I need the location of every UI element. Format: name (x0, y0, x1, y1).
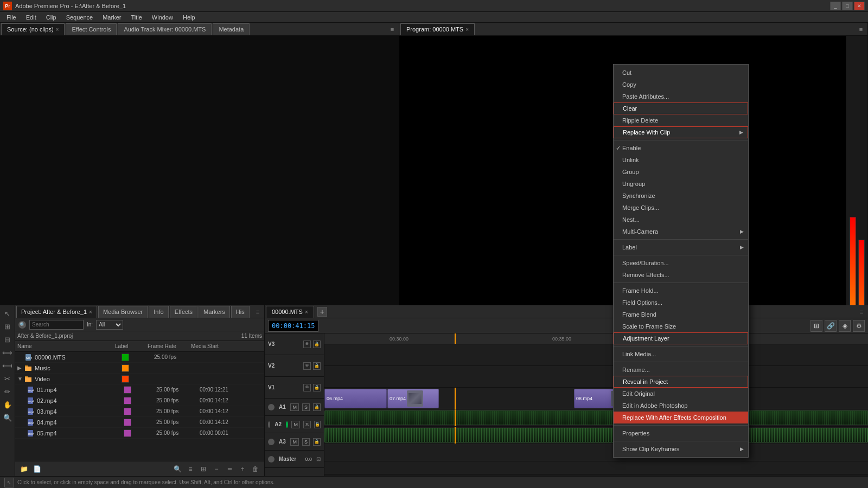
ctx-paste-attributes[interactable]: Paste Attributes... (614, 91, 748, 102)
expand-arrow[interactable]: ▶ (17, 365, 24, 371)
program-tabs-menu[interactable]: ≡ (856, 24, 866, 35)
tab-sequence[interactable]: 00000.MTS × (266, 306, 314, 318)
settings[interactable]: ⚙ (853, 320, 865, 332)
audio-clip-a2[interactable] (324, 428, 868, 442)
list-item[interactable]: MTS 00000.MTS 25.00 fps (15, 352, 264, 363)
playhead[interactable] (455, 333, 456, 344)
ctx-cut[interactable]: Cut (614, 67, 748, 79)
video-clip-07[interactable]: 07.mp4 (387, 389, 439, 408)
tool-ripple[interactable]: ⊞ (2, 320, 14, 332)
tab-source[interactable]: Source: (no clips) × (1, 23, 65, 35)
tab-effects[interactable]: Effects (170, 306, 197, 318)
project-new-bin[interactable]: 📁 (18, 464, 29, 474)
ctx-remove-effects[interactable]: Remove Effects... (614, 269, 748, 281)
project-list-view[interactable]: ≡ (185, 464, 196, 474)
ctx-copy[interactable]: Copy (614, 79, 748, 91)
track-a2-s[interactable]: S (303, 421, 311, 428)
track-lock-a3[interactable]: 🔒 (313, 438, 321, 446)
ctx-field-options[interactable]: Field Options... (614, 297, 748, 309)
project-new-item[interactable]: 📄 (31, 464, 42, 474)
tab-effect-controls[interactable]: Effect Controls (66, 23, 117, 35)
minimize-button[interactable]: _ (830, 2, 841, 10)
ctx-replace-ae[interactable]: Replace With After Effects Composition (614, 412, 748, 423)
menu-help[interactable]: Help (178, 13, 200, 22)
tab-media-browser[interactable]: Media Browser (98, 306, 148, 318)
menu-window[interactable]: Window (148, 13, 177, 22)
ctx-edit-photoshop[interactable]: Edit in Adobe Photoshop (614, 400, 748, 412)
tab-project[interactable]: Project: After & Before_1 × (16, 306, 97, 318)
ctx-ripple-delete[interactable]: Ripple Delete (614, 114, 748, 126)
audio-clip-a1[interactable] (324, 410, 868, 425)
list-item[interactable]: mp4 05.mp4 25.00 fps 00:00:00:01 (15, 428, 264, 439)
track-a3-m[interactable]: M (290, 438, 299, 446)
track-a1-enable[interactable] (268, 404, 275, 410)
sequence-tab-close[interactable]: × (305, 309, 308, 315)
project-tab-close[interactable]: × (89, 309, 92, 315)
track-a1-m[interactable]: M (290, 403, 299, 411)
list-item[interactable]: mp4 03.mp4 25.00 fps 00:00:14:12 (15, 406, 264, 417)
status-icon[interactable]: ↖ (4, 478, 14, 487)
list-item[interactable]: ▶ Music (15, 363, 264, 374)
expand-arrow[interactable]: ▼ (17, 376, 24, 382)
col-framerate-header[interactable]: Frame Rate (148, 343, 191, 349)
tab-program-close[interactable]: × (465, 27, 469, 33)
project-search-footer[interactable]: 🔍 (172, 464, 183, 474)
track-lock-v1[interactable]: 🔒 (313, 384, 321, 391)
tab-metadata[interactable]: Metadata (213, 23, 250, 35)
tab-markers[interactable]: Markers (199, 306, 230, 318)
snap-button[interactable]: ⊞ (810, 320, 822, 332)
col-mediastart-header[interactable]: Media Start (191, 343, 245, 349)
tool-pen[interactable]: ✏ (2, 386, 14, 397)
list-item[interactable]: mp4 02.mp4 25.00 fps 00:00:14:12 (15, 395, 264, 406)
tab-audio-mixer[interactable]: Audio Track Mixer: 00000.MTS (118, 23, 212, 35)
track-eye-v1[interactable]: 👁 (303, 384, 311, 391)
track-eye-v3[interactable]: 👁 (303, 341, 311, 348)
ctx-enable[interactable]: ✓ Enable (614, 142, 748, 154)
ctx-ungroup[interactable]: Ungroup (614, 178, 748, 190)
project-zoom-in[interactable]: + (237, 464, 248, 474)
track-lock-v3[interactable]: 🔒 (313, 341, 321, 348)
track-a1-s[interactable]: S (302, 403, 310, 411)
in-select[interactable]: All (96, 320, 123, 330)
tab-program[interactable]: Program: 00000.MTS × (400, 23, 475, 35)
list-item[interactable]: ▼ Video (15, 374, 264, 384)
ctx-nest[interactable]: Nest... (614, 214, 748, 226)
list-item[interactable]: mp4 04.mp4 25.00 fps 00:00:14:12 (15, 417, 264, 428)
new-sequence-btn[interactable]: + (317, 307, 327, 317)
track-master-enable[interactable] (268, 456, 275, 463)
track-lock-v2[interactable]: 🔒 (313, 362, 321, 370)
timeline-timecode[interactable]: 00:00:41:15 (268, 320, 318, 332)
tool-razor[interactable]: ✂ (2, 373, 14, 384)
menu-file[interactable]: File (2, 13, 21, 22)
menu-marker[interactable]: Marker (98, 13, 125, 22)
link-button[interactable]: 🔗 (825, 320, 837, 332)
maximize-button[interactable]: □ (842, 2, 853, 10)
ctx-clear[interactable]: Clear (614, 102, 748, 114)
tool-select[interactable]: ↖ (2, 307, 14, 319)
ctx-show-clip-keyframes[interactable]: Show Clip Keyframes (614, 443, 748, 455)
video-clip-06[interactable]: 06.mp4 (324, 389, 387, 408)
track-lock-a2[interactable]: 🔒 (314, 421, 321, 428)
ctx-properties[interactable]: Properties (614, 427, 748, 439)
tab-history[interactable]: His (231, 306, 250, 318)
col-label-header[interactable]: Label (115, 343, 148, 349)
ctx-unlink[interactable]: Unlink (614, 154, 748, 166)
ctx-speed-duration[interactable]: Speed/Duration... (614, 257, 748, 269)
menu-title[interactable]: Title (126, 13, 146, 22)
add-marker[interactable]: ◈ (839, 320, 851, 332)
ctx-reveal-in-project[interactable]: Reveal in Project (614, 376, 748, 388)
ctx-frame-hold[interactable]: Frame Hold... (614, 285, 748, 297)
project-search-input[interactable] (29, 320, 84, 330)
track-a2-m[interactable]: M (291, 421, 300, 428)
tool-slip[interactable]: ⟻ (2, 359, 14, 371)
track-eye-v2[interactable]: 👁 (303, 362, 311, 370)
tab-info[interactable]: Info (149, 306, 168, 318)
list-item[interactable]: mp4 01.mp4 25.00 fps 00:00:12:21 (15, 384, 264, 395)
project-tabs-menu[interactable]: ≡ (252, 306, 263, 317)
ctx-multi-camera[interactable]: Multi-Camera (614, 226, 748, 237)
track-a3-enable[interactable] (268, 439, 275, 445)
project-zoom-slider[interactable]: ━ (224, 464, 235, 474)
track-lock-a1[interactable]: 🔒 (313, 403, 321, 411)
tool-hand[interactable]: ✋ (2, 399, 14, 410)
ctx-replace-with-clip[interactable]: Replace With Clip (614, 126, 748, 138)
